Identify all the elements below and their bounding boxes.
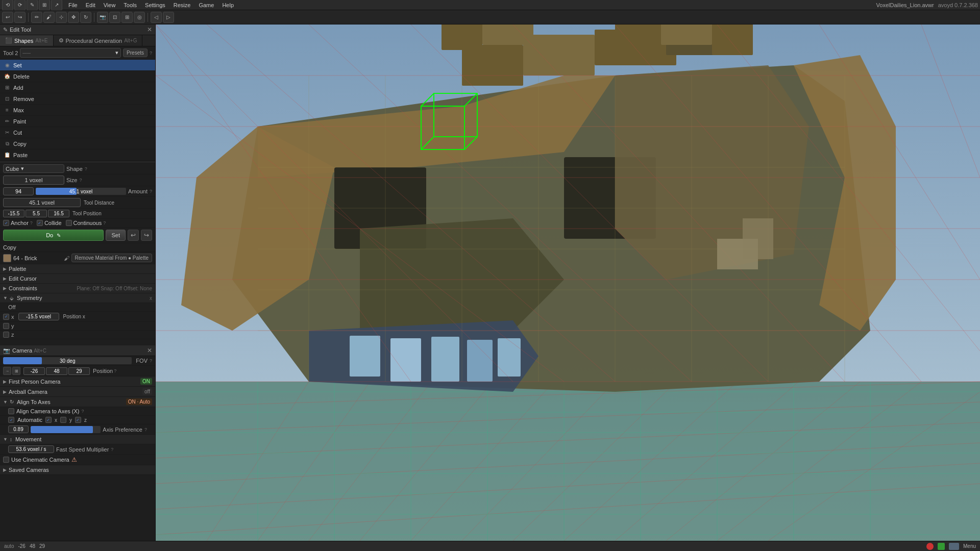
- continuous-info-icon[interactable]: ?: [103, 220, 106, 226]
- anchor-checkbox[interactable]: [3, 220, 9, 226]
- cam-btn-1[interactable]: →: [3, 367, 11, 375]
- cam-x-input[interactable]: -26: [23, 367, 45, 375]
- redo-btn[interactable]: ↪: [141, 230, 152, 241]
- tool-paint[interactable]: ✏ Paint: [0, 116, 155, 127]
- tb-rotate[interactable]: ↻: [80, 12, 91, 23]
- remove-material-btn[interactable]: Remove Material From ● Palette: [71, 254, 152, 262]
- constraints-section[interactable]: ▶ Constraints Plane: Off Snap: Off Offse…: [0, 284, 155, 293]
- tool-copy[interactable]: ⧉ Copy: [0, 138, 155, 149]
- do-button[interactable]: Do ✎: [3, 230, 104, 241]
- pos-x-input[interactable]: -15.5: [3, 210, 24, 217]
- tool-delete[interactable]: 🏠 Delete: [0, 71, 155, 82]
- tb-nav-fwd[interactable]: ▷: [163, 12, 174, 23]
- toolbar-icon-1[interactable]: ⟲: [2, 0, 13, 11]
- continuous-checkbox-item[interactable]: Continuous ?: [66, 220, 106, 226]
- tool-max[interactable]: ≡ Max: [0, 105, 155, 116]
- x-axis-checkbox[interactable]: [3, 314, 9, 320]
- size-info-icon[interactable]: ?: [79, 178, 82, 183]
- tool-remove[interactable]: ⊡ Remove: [0, 93, 155, 105]
- size-input[interactable]: 1 voxel: [3, 176, 64, 185]
- tb-select[interactable]: ⊹: [56, 12, 67, 23]
- fast-speed-info[interactable]: ?: [111, 447, 113, 452]
- tb-view2[interactable]: ⊞: [121, 12, 133, 23]
- cam-y-input[interactable]: 48: [46, 367, 67, 375]
- auto-z-checkbox[interactable]: [75, 417, 81, 423]
- pos-z-input[interactable]: 16.5: [48, 210, 69, 217]
- tb-redo[interactable]: ↪: [14, 12, 26, 23]
- auto-x-checkbox[interactable]: [45, 417, 52, 423]
- save-icon[interactable]: [938, 543, 945, 550]
- toolbar-icon-5[interactable]: ↗: [51, 0, 62, 11]
- tb-cam[interactable]: 📷: [97, 12, 108, 23]
- pos-y-input[interactable]: 5.5: [26, 210, 47, 217]
- set-button[interactable]: Set: [106, 230, 126, 241]
- palette-section[interactable]: ▶ Palette: [0, 264, 155, 274]
- auto-y-checkbox[interactable]: [60, 417, 66, 423]
- tb-pencil[interactable]: ✏: [31, 12, 42, 23]
- arcball-section[interactable]: ▶ Arcball Camera off: [0, 387, 155, 397]
- axis-pref-slider[interactable]: [31, 426, 101, 433]
- menu-settings[interactable]: Settings: [141, 2, 169, 8]
- tb-nav-back[interactable]: ◁: [151, 12, 162, 23]
- anchor-info-icon[interactable]: ?: [30, 220, 33, 226]
- cam-z-input[interactable]: 29: [68, 367, 90, 375]
- toolbar-icon-4[interactable]: ⊞: [39, 0, 50, 11]
- camera-panel-close[interactable]: ✕: [147, 347, 152, 354]
- fov-info-icon[interactable]: ?: [150, 358, 152, 363]
- collide-checkbox[interactable]: [37, 220, 43, 226]
- undo-btn[interactable]: ↩: [128, 230, 139, 241]
- first-person-section[interactable]: ▶ First Person Camera ON: [0, 377, 155, 387]
- align-camera-checkbox[interactable]: [8, 408, 14, 414]
- amount-info-icon[interactable]: ?: [150, 189, 152, 194]
- movement-speed-input[interactable]: 53.6 voxel / s: [8, 445, 54, 453]
- axis-pref-input[interactable]: 0.89: [8, 425, 29, 433]
- menu-view[interactable]: View: [100, 2, 120, 8]
- tb-view1[interactable]: ⊡: [109, 12, 120, 23]
- presets-info-icon[interactable]: ?: [150, 51, 152, 56]
- align-camera-info[interactable]: ?: [82, 409, 84, 414]
- auto-main-checkbox[interactable]: [8, 417, 14, 423]
- camera-panel-header[interactable]: 📷 Camera Alt+C ✕: [0, 345, 155, 356]
- record-icon[interactable]: [926, 543, 934, 550]
- menu-edit[interactable]: Edit: [82, 2, 100, 8]
- presets-btn[interactable]: Presets: [123, 48, 148, 57]
- movement-section[interactable]: ▼ ↕ Movement: [0, 435, 155, 444]
- position-x-input[interactable]: -15.5 voxel: [18, 313, 59, 320]
- tb-move[interactable]: ✥: [68, 12, 79, 23]
- tool-set[interactable]: ◉ Set: [0, 60, 155, 71]
- menu-help[interactable]: Help: [218, 2, 238, 8]
- tb-view3[interactable]: ◎: [134, 12, 145, 23]
- menu-resize[interactable]: Resize: [169, 2, 195, 8]
- anchor-checkbox-item[interactable]: Anchor ?: [3, 220, 33, 226]
- tool-add[interactable]: ⊞ Add: [0, 82, 155, 93]
- y-axis-checkbox[interactable]: [3, 323, 9, 329]
- shape-dropdown[interactable]: Cube ▾: [3, 164, 64, 173]
- amount-input[interactable]: 94: [3, 187, 34, 195]
- tool-distance-input[interactable]: 45.1 voxel: [3, 198, 81, 207]
- axis-pref-info[interactable]: ?: [144, 427, 147, 432]
- saved-cameras-section[interactable]: ▶ Saved Cameras: [0, 465, 155, 475]
- shape-info-icon[interactable]: ?: [85, 166, 87, 171]
- tb-brush[interactable]: 🖌: [43, 12, 55, 23]
- menu-label[interactable]: Menu: [963, 543, 976, 549]
- cinematic-checkbox[interactable]: [3, 457, 9, 463]
- presets-dropdown[interactable]: ── ▾: [20, 48, 121, 58]
- z-axis-checkbox[interactable]: [3, 332, 9, 338]
- edit-tool-close[interactable]: ✕: [147, 26, 152, 33]
- tb-undo[interactable]: ↩: [2, 12, 13, 23]
- toolbar-icon-3[interactable]: ✎: [27, 0, 38, 11]
- amount-slider[interactable]: 45.1 voxel: [36, 188, 126, 195]
- tab-shapes[interactable]: ⬛ Shapes Alt+E: [0, 35, 54, 46]
- cam-pos-info[interactable]: ?: [114, 368, 116, 373]
- camera-status-icon[interactable]: [949, 543, 959, 550]
- menu-file[interactable]: File: [64, 2, 82, 8]
- tool-paste[interactable]: 📋 Paste: [0, 149, 155, 161]
- edit-tool-header[interactable]: ✎ Edit Tool ✕: [0, 24, 155, 35]
- toolbar-icon-2[interactable]: ⟳: [14, 0, 26, 11]
- symmetry-section[interactable]: ▼ ⬙ Symmetry x: [0, 293, 155, 303]
- tool-cut[interactable]: ✂ Cut: [0, 127, 155, 138]
- collide-checkbox-item[interactable]: Collide: [37, 220, 62, 226]
- align-axes-section[interactable]: ▼ ↻ Align To Axes ON · Auto: [0, 397, 155, 407]
- edit-cursor-section[interactable]: ▶ Edit Cursor: [0, 274, 155, 284]
- fov-slider[interactable]: 30 deg: [3, 357, 132, 364]
